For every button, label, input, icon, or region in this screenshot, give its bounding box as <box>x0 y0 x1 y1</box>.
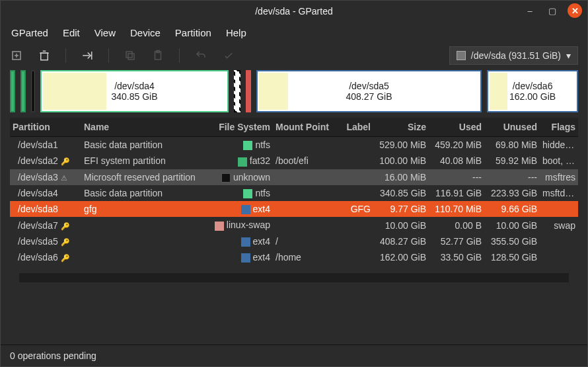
fs-swatch <box>221 173 231 183</box>
cell-flags <box>540 249 578 265</box>
table-row[interactable]: /dev/sda3⚠Microsoft reserved partitionun… <box>10 169 578 185</box>
fs-swatch <box>243 189 252 198</box>
table-row[interactable]: /dev/sda5🔑ext4/408.27 GiB52.77 GiB355.50… <box>10 233 578 249</box>
cell-used: 33.50 GiB <box>429 249 484 265</box>
menu-view[interactable]: View <box>94 27 116 38</box>
cell-flags: swap <box>540 217 578 233</box>
resize-move-icon[interactable] <box>81 49 94 62</box>
cell-size: 340.85 GiB <box>373 185 429 201</box>
paste-icon[interactable] <box>151 49 165 62</box>
maximize-button[interactable]: ▢ <box>545 3 560 18</box>
cell-used: 116.91 GiB <box>429 185 484 201</box>
cell-fs: fat32 <box>211 153 273 169</box>
col-size[interactable]: Size <box>373 118 429 137</box>
col-unused[interactable]: Unused <box>484 118 540 137</box>
menu-help[interactable]: Help <box>226 27 246 38</box>
cell-fs: linux-swap <box>211 217 273 233</box>
cell-size: 100.00 MiB <box>373 153 429 169</box>
cell-unused: 355.50 GiB <box>484 233 540 249</box>
scrollbar-track[interactable] <box>19 273 569 282</box>
col-label[interactable]: Label <box>338 118 373 137</box>
cell-used: 40.08 MiB <box>429 153 484 169</box>
table-row[interactable]: /dev/sda4Basic data partitionntfs340.85 … <box>10 185 578 201</box>
cell-size: 408.27 GiB <box>373 233 429 249</box>
cell-name <box>81 217 211 233</box>
cell-partition: /dev/sda7🔑 <box>10 217 81 233</box>
cell-fs: ntfs <box>211 185 273 201</box>
cell-fs: ext4 <box>211 249 273 265</box>
cell-label <box>338 249 373 265</box>
fs-swatch <box>238 157 247 167</box>
cell-flags <box>540 201 578 217</box>
cell-unused: 69.80 MiB <box>484 137 540 153</box>
map-sublabel: 408.27 GiB <box>346 91 392 102</box>
cell-unused: 128.50 GiB <box>484 249 540 265</box>
cell-flags: msftres <box>540 169 578 185</box>
warning-icon: ⚠ <box>61 174 67 183</box>
col-used[interactable]: Used <box>429 118 484 137</box>
map-segment[interactable] <box>10 70 15 112</box>
cell-mount <box>273 201 338 217</box>
col-partition[interactable]: Partition <box>10 118 81 137</box>
table-row[interactable]: /dev/sda7🔑linux-swap10.00 GiB0.00 B10.00… <box>10 217 578 233</box>
window-title: /dev/sda - GParted <box>255 6 333 17</box>
cell-flags: boot, esp <box>540 153 578 169</box>
menu-edit[interactable]: Edit <box>63 27 80 38</box>
svg-rect-7 <box>128 54 134 60</box>
menu-gparted[interactable]: GParted <box>11 27 48 38</box>
map-segment[interactable] <box>31 70 35 112</box>
col-fs[interactable]: File System <box>211 118 273 137</box>
map-segment[interactable] <box>246 70 251 112</box>
cell-partition: /dev/sda8 <box>10 201 81 217</box>
menu-device[interactable]: Device <box>130 27 161 38</box>
map-segment-sda6[interactable]: /dev/sda6 162.00 GiB <box>487 70 578 112</box>
cell-unused: 9.66 GiB <box>484 201 540 217</box>
cell-mount <box>273 217 338 233</box>
cell-mount: /boot/efi <box>273 153 338 169</box>
used-region <box>259 73 288 110</box>
map-segment[interactable] <box>234 70 240 112</box>
table-row[interactable]: /dev/sda8gfgext4GFG9.77 GiB110.70 MiB9.6… <box>10 201 578 217</box>
map-segment-sda5[interactable]: /dev/sda5 408.27 GiB <box>256 70 482 112</box>
menu-partition[interactable]: Partition <box>175 27 211 38</box>
cell-name: Basic data partition <box>81 185 211 201</box>
cell-partition: /dev/sda2🔑 <box>10 153 81 169</box>
new-partition-icon[interactable] <box>10 49 23 62</box>
map-segment-sda4[interactable]: /dev/sda4 340.85 GiB <box>40 70 229 112</box>
apply-icon[interactable] <box>222 49 235 62</box>
cell-unused: 10.00 GiB <box>484 217 540 233</box>
table-row[interactable]: /dev/sda1Basic data partitionntfs529.00 … <box>10 137 578 153</box>
delete-partition-icon[interactable] <box>38 49 51 62</box>
cell-unused: --- <box>484 169 540 185</box>
titlebar: /dev/sda - GParted – ▢ ✕ <box>1 1 587 22</box>
svg-rect-3 <box>41 53 48 60</box>
col-flags[interactable]: Flags <box>540 118 578 137</box>
cell-name: gfg <box>81 201 211 217</box>
copy-icon[interactable] <box>124 49 137 62</box>
chevron-down-icon: ▾ <box>566 50 571 61</box>
col-name[interactable]: Name <box>81 118 211 137</box>
cell-label <box>338 185 373 201</box>
disk-icon <box>457 51 466 60</box>
cell-partition: /dev/sda3⚠ <box>10 169 81 185</box>
lock-icon: 🔑 <box>61 157 70 166</box>
disk-map[interactable]: /dev/sda4 340.85 GiB /dev/sda5 408.27 Gi… <box>1 70 587 118</box>
cell-label: GFG <box>338 201 373 217</box>
close-button[interactable]: ✕ <box>568 3 582 18</box>
cell-fs: unknown <box>211 169 273 185</box>
lock-icon: 🔑 <box>61 238 70 247</box>
lock-icon: 🔑 <box>61 222 70 231</box>
col-mount[interactable]: Mount Point <box>273 118 338 137</box>
device-selector[interactable]: /dev/sda (931.51 GiB) ▾ <box>449 46 578 65</box>
minimize-button[interactable]: – <box>523 3 537 18</box>
map-sublabel: 162.00 GiB <box>509 91 556 102</box>
table-row[interactable]: /dev/sda2🔑EFI system partitionfat32/boot… <box>10 153 578 169</box>
cell-flags: hidden, di <box>540 137 578 153</box>
cell-name: Basic data partition <box>81 137 211 153</box>
cell-flags: msftdata <box>540 185 578 201</box>
map-segment[interactable] <box>20 70 26 112</box>
table-row[interactable]: /dev/sda6🔑ext4/home162.00 GiB33.50 GiB12… <box>10 249 578 265</box>
cell-mount: / <box>273 233 338 249</box>
undo-icon[interactable] <box>194 49 207 62</box>
cell-partition: /dev/sda4 <box>10 185 81 201</box>
